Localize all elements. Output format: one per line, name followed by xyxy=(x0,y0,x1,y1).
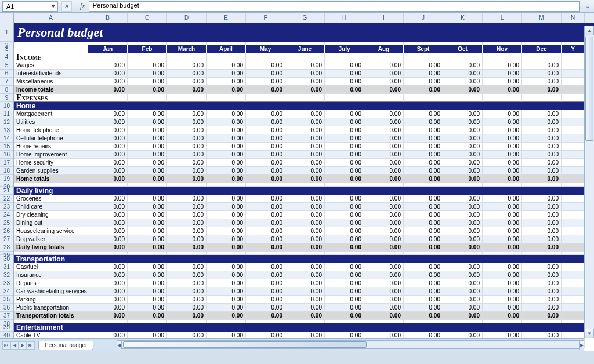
cell[interactable]: 0.00 xyxy=(167,143,207,151)
cell[interactable]: 0.00 xyxy=(364,159,404,167)
cell[interactable]: Personal budget xyxy=(14,23,594,42)
cell[interactable]: 0.00 xyxy=(364,287,404,296)
cell[interactable] xyxy=(562,227,585,235)
row-header[interactable]: 24 xyxy=(0,211,13,219)
cell[interactable]: 0.00 xyxy=(285,279,325,287)
cell[interactable]: 0.00 xyxy=(128,159,167,167)
cell[interactable]: 0.00 xyxy=(88,175,128,183)
expand-formula-icon[interactable]: ⌄ xyxy=(584,2,592,10)
cell[interactable] xyxy=(562,195,585,203)
cell[interactable]: 0.00 xyxy=(207,151,246,159)
cell[interactable]: 0.00 xyxy=(88,203,128,211)
cell[interactable]: 0.00 xyxy=(364,167,404,175)
cell[interactable] xyxy=(562,126,585,134)
cell[interactable]: 0.00 xyxy=(325,271,364,279)
cell[interactable]: 0.00 xyxy=(246,70,285,78)
cell[interactable] xyxy=(88,53,128,61)
cell[interactable]: 0.00 xyxy=(522,227,562,235)
cell[interactable]: 0.00 xyxy=(325,143,364,151)
cell[interactable]: 0.00 xyxy=(128,126,167,134)
cell[interactable]: 0.00 xyxy=(246,86,285,94)
column-header[interactable]: I xyxy=(364,13,404,23)
scroll-left-icon[interactable]: ◀ xyxy=(117,340,121,350)
cell[interactable]: 0.00 xyxy=(404,195,443,203)
cell[interactable]: 0.00 xyxy=(404,211,443,219)
cell[interactable]: 0.00 xyxy=(128,118,167,126)
cell[interactable]: 0.00 xyxy=(167,227,207,235)
cell[interactable]: Home totals xyxy=(14,175,88,183)
cell[interactable]: 0.00 xyxy=(364,296,404,304)
tab-first-icon[interactable]: ⏮ xyxy=(2,341,10,350)
cell[interactable]: 0.00 xyxy=(325,151,364,159)
cell[interactable] xyxy=(443,53,483,61)
cell[interactable]: 0.00 xyxy=(443,243,483,252)
row-header[interactable]: 27 xyxy=(0,235,13,243)
cell[interactable]: 0.00 xyxy=(404,110,443,118)
cell[interactable]: 0.00 xyxy=(246,211,285,219)
cell[interactable]: 0.00 xyxy=(443,126,483,134)
tab-last-icon[interactable]: ⏭ xyxy=(27,341,35,350)
row-header[interactable]: 8 xyxy=(0,86,13,94)
cell[interactable]: Feb xyxy=(128,45,167,53)
vertical-scrollbar[interactable]: ▲ ▼ xyxy=(584,26,594,338)
cell[interactable]: 0.00 xyxy=(443,271,483,279)
cell[interactable]: 0.00 xyxy=(364,312,404,320)
cell[interactable]: 0.00 xyxy=(325,86,364,94)
row-header[interactable]: 4 xyxy=(0,53,13,61)
cell[interactable]: 0.00 xyxy=(285,219,325,227)
cell[interactable]: 0.00 xyxy=(88,312,128,320)
cell[interactable] xyxy=(562,94,585,102)
row-header[interactable]: 5 xyxy=(0,61,13,70)
cell[interactable]: 0.00 xyxy=(404,263,443,271)
cell[interactable]: 0.00 xyxy=(88,118,128,126)
cell[interactable]: 0.00 xyxy=(207,195,246,203)
cell[interactable]: 0.00 xyxy=(443,219,483,227)
cell[interactable]: 0.00 xyxy=(325,304,364,312)
cell[interactable]: 0.00 xyxy=(128,263,167,271)
cell[interactable]: Parking xyxy=(14,296,88,304)
cell[interactable]: 0.00 xyxy=(522,312,562,320)
cell[interactable]: 0.00 xyxy=(285,211,325,219)
cell[interactable]: 0.00 xyxy=(522,167,562,175)
cell[interactable]: 0.00 xyxy=(167,235,207,243)
cell[interactable]: 0.00 xyxy=(404,126,443,134)
cell[interactable]: 0.00 xyxy=(285,143,325,151)
cell[interactable]: 0.00 xyxy=(443,279,483,287)
row-header[interactable]: 14 xyxy=(0,134,13,143)
cell[interactable]: 0.00 xyxy=(483,271,522,279)
cell[interactable]: 0.00 xyxy=(167,167,207,175)
cell[interactable]: 0.00 xyxy=(167,271,207,279)
cell[interactable]: 0.00 xyxy=(128,271,167,279)
cell[interactable]: 0.00 xyxy=(88,86,128,94)
cell[interactable]: 0.00 xyxy=(522,70,562,78)
cell[interactable]: 0.00 xyxy=(207,70,246,78)
cell[interactable]: 0.00 xyxy=(128,86,167,94)
cell[interactable]: 0.00 xyxy=(443,195,483,203)
cell[interactable]: 0.00 xyxy=(88,287,128,296)
cell[interactable]: 0.00 xyxy=(364,211,404,219)
cell[interactable] xyxy=(562,235,585,243)
cell[interactable]: 0.00 xyxy=(364,219,404,227)
cell[interactable]: 0.00 xyxy=(88,159,128,167)
cell[interactable]: 0.00 xyxy=(364,143,404,151)
formula-input[interactable]: Personal budget xyxy=(89,1,580,12)
tab-next-icon[interactable]: ▶ xyxy=(19,341,27,350)
cell[interactable]: 0.00 xyxy=(325,263,364,271)
cell[interactable] xyxy=(128,94,167,102)
cell[interactable]: 0.00 xyxy=(325,279,364,287)
cell[interactable] xyxy=(562,175,585,183)
select-all-corner[interactable] xyxy=(0,13,13,23)
column-header[interactable]: J xyxy=(404,13,443,23)
cell[interactable]: 0.00 xyxy=(246,151,285,159)
cell[interactable]: 0.00 xyxy=(522,61,562,70)
column-header[interactable]: L xyxy=(483,13,522,23)
cell[interactable] xyxy=(562,134,585,143)
row-header[interactable]: 39 xyxy=(0,323,13,332)
cell[interactable]: 0.00 xyxy=(483,195,522,203)
cell[interactable]: 0.00 xyxy=(404,227,443,235)
cell[interactable]: 0.00 xyxy=(404,86,443,94)
cell[interactable] xyxy=(562,219,585,227)
cell[interactable] xyxy=(207,53,246,61)
cell[interactable] xyxy=(562,312,585,320)
cell[interactable]: 0.00 xyxy=(404,151,443,159)
